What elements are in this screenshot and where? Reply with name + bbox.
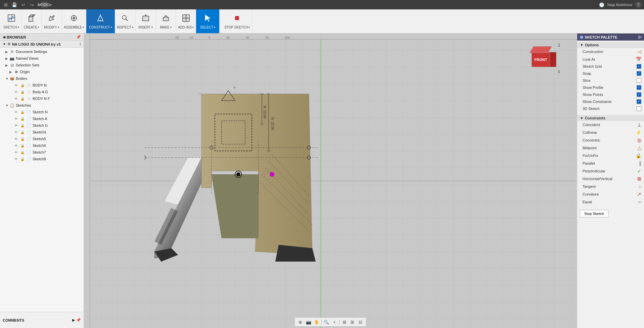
cube-right-face[interactable] bbox=[550, 52, 556, 67]
snap-checkbox[interactable] bbox=[637, 71, 641, 76]
tree-item-named-views[interactable]: ▶ 📷 Named Views bbox=[0, 55, 84, 62]
slice-checkbox[interactable] bbox=[637, 78, 641, 83]
tree-item-sketch6[interactable]: 👁 🔒 📄 Sketch6 bbox=[0, 142, 84, 149]
tree-item-sketch8[interactable]: 👁 🔒 📄 Sketch8 bbox=[0, 156, 84, 162]
tree-item-sketch-g[interactable]: 👁 🔒 📄 Sketch G bbox=[0, 122, 84, 129]
coincident-icon[interactable]: ⊥ bbox=[637, 122, 641, 127]
help-icon[interactable]: ? bbox=[635, 2, 641, 8]
toolbar-inspect[interactable]: INSPECT▾ bbox=[115, 9, 136, 33]
select-icon bbox=[203, 13, 213, 25]
browser-collapse-icon[interactable]: ◀ bbox=[3, 35, 5, 39]
tree-item-sketch4[interactable]: 👁 🔒 📄 Sketch4 bbox=[0, 129, 84, 135]
snap-control bbox=[637, 71, 641, 76]
pan-btn[interactable]: 📷 bbox=[305, 318, 312, 326]
zoom-btn[interactable]: ✋ bbox=[313, 318, 320, 326]
orbit-btn[interactable]: ⊕ bbox=[297, 318, 304, 326]
toolbar-select[interactable]: SELECT▾ bbox=[196, 9, 220, 33]
toolbar-create[interactable]: CREATE▾ bbox=[21, 9, 42, 33]
slice-row: Slice bbox=[577, 77, 644, 84]
comments-pin-icon[interactable]: 📌 bbox=[76, 318, 81, 322]
tree-item-sketches[interactable]: ▼ 📋 Sketches bbox=[0, 102, 84, 109]
collinear-icon[interactable]: ⚡ bbox=[636, 130, 641, 135]
constraints-section-header[interactable]: ▼ Constraints bbox=[577, 115, 644, 121]
tree-item-body-nf[interactable]: 👁 🔒 □ BODY N F bbox=[0, 95, 84, 102]
concentric-icon[interactable]: ◎ bbox=[637, 138, 641, 143]
toolbar-assemble[interactable]: ASSEMBLE▾ bbox=[62, 9, 86, 33]
options-section-header[interactable]: ▼ Options bbox=[577, 42, 644, 48]
tree-item-sketch-n[interactable]: 👁 🔒 📄 Sketch N bbox=[0, 109, 84, 115]
eye-icon: 👁 bbox=[13, 96, 19, 101]
collinear-label: Collinear bbox=[583, 130, 636, 134]
comments-label: COMMENTS bbox=[3, 318, 24, 322]
app-menu-icon[interactable]: ⊞ bbox=[3, 2, 9, 8]
showprofile-checkbox[interactable] bbox=[637, 85, 641, 90]
lookat-icon[interactable]: 📅 bbox=[636, 57, 641, 62]
showconstraints-checkbox[interactable] bbox=[637, 99, 641, 104]
toolbar-make[interactable]: MAKE▾ bbox=[156, 9, 176, 33]
svg-rect-23 bbox=[183, 18, 186, 21]
zoom-fit-btn[interactable]: 🔍 bbox=[323, 318, 330, 326]
perpendicular-icon[interactable]: ✓ bbox=[637, 168, 641, 174]
midpoint-icon[interactable]: △ bbox=[638, 145, 641, 151]
file-info-icon[interactable]: ℹ bbox=[80, 42, 81, 46]
cube-front-face[interactable]: FRONT bbox=[532, 52, 550, 67]
file-bar: ▼ ⚙ NA LOGO 3D UNION4 try v1 ℹ bbox=[0, 41, 84, 48]
stop-sketch-button[interactable]: Stop Sketch bbox=[580, 210, 608, 217]
sketch6-icon: 📄 bbox=[26, 143, 32, 148]
cube-top-face[interactable] bbox=[530, 46, 552, 53]
create-icon bbox=[27, 13, 36, 25]
canvas-area[interactable]: -50 -25 0 25 50 75 100 bbox=[84, 34, 577, 328]
model-dropdown[interactable]: MODEL bbox=[41, 2, 47, 8]
parallel-icon[interactable]: ∥ bbox=[639, 161, 641, 166]
grid-btn[interactable]: ⊞ bbox=[349, 318, 356, 326]
tree-arrow: ▼ bbox=[5, 77, 9, 80]
insert-icon bbox=[141, 13, 150, 25]
svg-marker-25 bbox=[205, 15, 211, 21]
tree-item-selection-sets[interactable]: ▶ 🗂 Selection Sets bbox=[0, 62, 84, 68]
tree-item-doc-settings[interactable]: ▶ ⚙ Document Settings bbox=[0, 48, 84, 55]
lookat-label: Look At bbox=[583, 57, 636, 61]
toolbar-insert[interactable]: INSERT▾ bbox=[136, 9, 156, 33]
sketch7-icon: 📄 bbox=[26, 150, 32, 155]
comments-expand-icon[interactable]: ▶ bbox=[72, 318, 75, 322]
fixunfix-icon[interactable]: 🔒 bbox=[636, 153, 641, 158]
concentric-label: Concentric bbox=[583, 138, 637, 142]
tree-item-body-ag[interactable]: 👁 🔒 □ Body A G bbox=[0, 89, 84, 95]
toolbar-sketch[interactable]: SKETCH▾ bbox=[1, 9, 21, 33]
save-icon[interactable]: 💾 bbox=[11, 2, 17, 8]
tree-item-sketch7[interactable]: 👁 🔒 📄 Sketch7 bbox=[0, 149, 84, 156]
showpoints-checkbox[interactable] bbox=[637, 92, 641, 97]
browser-pin-icon[interactable]: 📌 bbox=[76, 35, 81, 39]
tree-item-sketch-a[interactable]: 👁 🔒 📄 Sketch A bbox=[0, 115, 84, 122]
horizontalvertical-icon[interactable]: ⊞ bbox=[637, 176, 641, 181]
tree-item-sketch5[interactable]: 👁 🔒 📄 Sketch5 bbox=[0, 135, 84, 142]
lock-icon: 🔒 bbox=[20, 109, 25, 115]
tree-item-bodies[interactable]: ▼ 📦 Bodies bbox=[0, 75, 84, 82]
tree-item-body-n[interactable]: 👁 🔒 □ BODY N bbox=[0, 82, 84, 89]
nav-cube[interactable]: Z X FRONT bbox=[526, 44, 560, 77]
comments-panel[interactable]: COMMENTS ▶ 📌 bbox=[0, 312, 84, 328]
curvature-icon[interactable]: ↗ bbox=[637, 192, 641, 197]
3dsketch-checkbox[interactable] bbox=[637, 106, 641, 111]
svg-marker-33 bbox=[212, 174, 259, 238]
tree-arrow: ▶ bbox=[5, 63, 9, 67]
palette-expand-icon[interactable]: ▷ bbox=[639, 35, 641, 39]
svg-text:×: × bbox=[233, 86, 235, 90]
toolbar-construct[interactable]: CONSTRUCT▾ bbox=[86, 9, 115, 33]
zoom-in-btn[interactable]: + bbox=[331, 318, 338, 326]
sketch-g-label: Sketch G bbox=[33, 123, 48, 127]
construction-icon[interactable]: ◁ bbox=[638, 49, 641, 54]
sketchgrid-checkbox[interactable] bbox=[637, 64, 641, 69]
tree-item-origin[interactable]: ▶ ⊕ Origin bbox=[0, 68, 84, 75]
redo-icon[interactable]: ↪ bbox=[29, 2, 35, 8]
equal-icon[interactable]: ═ bbox=[638, 199, 641, 205]
toolbar-modify[interactable]: MODIFY▾ bbox=[42, 9, 62, 33]
toolbar-stopsketch[interactable]: STOP SKETCH▾ bbox=[222, 9, 252, 33]
file-expand-arrow[interactable]: ▼ bbox=[3, 42, 6, 46]
tangent-icon[interactable]: ○ bbox=[639, 184, 641, 189]
svg-rect-21 bbox=[183, 15, 186, 18]
toolbar-addins[interactable]: ADD-INS▾ bbox=[176, 9, 196, 33]
layout-btn[interactable]: ⊟ bbox=[357, 318, 364, 326]
undo-icon[interactable]: ↩ bbox=[20, 2, 26, 8]
display-mode-btn[interactable]: 🖥 bbox=[340, 318, 348, 326]
